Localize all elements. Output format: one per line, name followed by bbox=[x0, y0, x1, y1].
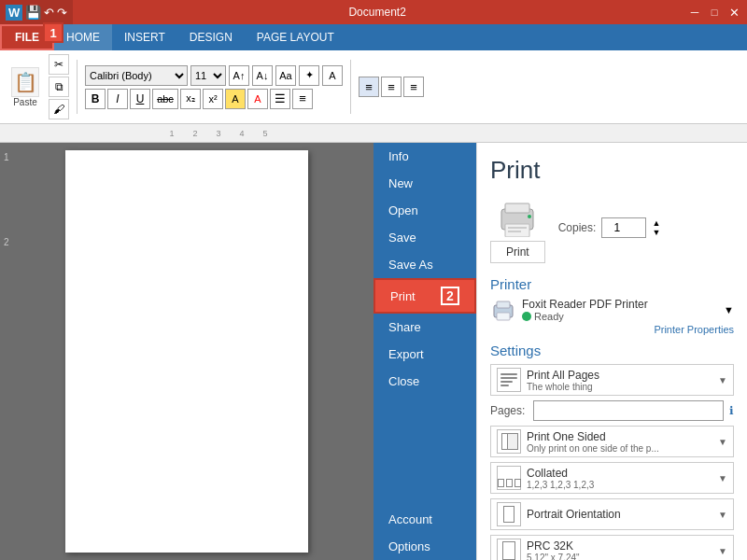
sides-setting-main: Print One Sided bbox=[527, 430, 712, 443]
svg-rect-7 bbox=[497, 301, 510, 308]
orientation-setting-main: Portrait Orientation bbox=[527, 508, 712, 521]
printer-status: Ready bbox=[534, 311, 564, 322]
word-logo: W bbox=[6, 5, 22, 21]
copies-up-icon[interactable]: ▲ ▼ bbox=[652, 218, 660, 237]
close-btn[interactable]: ✕ bbox=[725, 5, 743, 20]
format-painter-button[interactable]: 🖌 bbox=[49, 99, 69, 119]
tab-insert[interactable]: INSERT bbox=[112, 24, 177, 50]
italic-button[interactable]: I bbox=[107, 89, 128, 109]
bullets-button[interactable]: ☰ bbox=[270, 89, 290, 109]
undo-icon[interactable]: ↶ bbox=[44, 6, 54, 20]
menu-item-print[interactable]: Print 2 bbox=[374, 278, 476, 314]
window-title: Document2 bbox=[73, 0, 682, 24]
print-one-sided-dropdown[interactable]: Print One Sided Only print on one side o… bbox=[490, 426, 734, 457]
print-all-pages-dropdown[interactable]: Print All Pages The whole thing ▼ bbox=[490, 364, 734, 396]
shrink-font-button[interactable]: A↓ bbox=[252, 65, 273, 86]
maximize-btn[interactable]: □ bbox=[705, 5, 724, 20]
collate-setting-sub: 1,2,3 1,2,3 1,2,3 bbox=[527, 480, 712, 490]
strikethrough-button[interactable]: abc bbox=[152, 89, 178, 109]
menu-item-close[interactable]: Close bbox=[374, 368, 476, 395]
print-panel: Print Print bbox=[476, 143, 747, 560]
clear-format-button[interactable]: ✦ bbox=[299, 65, 319, 86]
menu-item-save[interactable]: Save bbox=[374, 224, 476, 251]
paper-dropdown[interactable]: PRC 32K 5.12" x 7.24" ▼ bbox=[490, 535, 734, 560]
align-right-button[interactable]: ≡ bbox=[403, 77, 424, 97]
tab-design[interactable]: DESIGN bbox=[177, 24, 245, 50]
document-page bbox=[65, 150, 308, 553]
font-color-button[interactable]: A bbox=[247, 89, 268, 109]
print-button[interactable]: Print bbox=[490, 241, 545, 263]
paper-icon bbox=[497, 539, 521, 560]
superscript-button[interactable]: x² bbox=[203, 89, 223, 109]
svg-rect-5 bbox=[508, 231, 521, 232]
pages-input[interactable] bbox=[533, 400, 724, 421]
numbering-button[interactable]: ≡ bbox=[292, 89, 313, 109]
menu-item-options[interactable]: Options bbox=[374, 533, 476, 560]
redo-icon[interactable]: ↷ bbox=[57, 6, 67, 20]
menu-item-open[interactable]: Open bbox=[374, 197, 476, 224]
text-highlight-button[interactable]: A bbox=[225, 89, 246, 109]
align-center-button[interactable]: ≡ bbox=[381, 77, 402, 97]
minimize-btn[interactable]: ─ bbox=[685, 5, 704, 20]
pages-icon bbox=[497, 368, 521, 392]
settings-section-title: Settings bbox=[490, 343, 734, 358]
paper-setting-main: PRC 32K bbox=[527, 539, 712, 553]
pages-setting-sub: The whole thing bbox=[527, 382, 712, 392]
collate-dropdown-arrow[interactable]: ▼ bbox=[718, 473, 727, 483]
svg-rect-1 bbox=[505, 203, 529, 213]
orientation-icon bbox=[497, 502, 521, 526]
quick-save-icon[interactable]: 💾 bbox=[25, 5, 41, 20]
pages-info-icon[interactable]: ℹ bbox=[729, 404, 734, 417]
file-menu-sidebar: Info New Open Save Save As Print 2 Share bbox=[374, 143, 476, 560]
orientation-dropdown[interactable]: Portrait Orientation ▼ bbox=[490, 498, 734, 530]
paper-setting-sub: 5.12" x 7.24" bbox=[527, 553, 712, 561]
menu-item-export[interactable]: Export bbox=[374, 341, 476, 368]
pages-dropdown-arrow[interactable]: ▼ bbox=[718, 375, 727, 385]
printer-dropdown-icon[interactable]: ▼ bbox=[724, 304, 734, 315]
printer-name: Foxit Reader PDF Printer bbox=[522, 298, 718, 311]
tab-page-layout[interactable]: PAGE LAYOUT bbox=[245, 24, 346, 50]
orientation-dropdown-arrow[interactable]: ▼ bbox=[718, 510, 727, 520]
cut-button[interactable]: ✂ bbox=[49, 54, 69, 75]
font-name-select[interactable]: Calibri (Body) bbox=[85, 65, 188, 86]
sides-dropdown-arrow[interactable]: ▼ bbox=[718, 437, 727, 447]
menu-item-share[interactable]: Share bbox=[374, 314, 476, 341]
svg-rect-4 bbox=[508, 227, 527, 229]
margin-marker-2: 2 bbox=[4, 237, 9, 247]
ruler: 12345 bbox=[0, 124, 747, 143]
menu-item-info[interactable]: Info bbox=[374, 143, 476, 170]
collated-dropdown[interactable]: Collated 1,2,3 1,2,3 1,2,3 ▼ bbox=[490, 462, 734, 494]
step1-badge: 1 bbox=[43, 22, 63, 43]
subscript-button[interactable]: x₂ bbox=[180, 89, 201, 109]
copy-button[interactable]: ⧉ bbox=[49, 77, 69, 97]
step2-badge-inline: 2 bbox=[441, 287, 459, 305]
pages-input-label: Pages: bbox=[490, 404, 528, 417]
ready-dot bbox=[522, 312, 531, 321]
printer-small-icon bbox=[490, 298, 516, 322]
bold-button[interactable]: B bbox=[85, 89, 106, 109]
grow-font-button[interactable]: A↑ bbox=[229, 65, 249, 86]
collate-icon bbox=[497, 466, 521, 490]
svg-rect-8 bbox=[497, 313, 510, 320]
collate-setting-main: Collated bbox=[527, 467, 712, 480]
menu-item-save-as[interactable]: Save As bbox=[374, 251, 476, 278]
menu-item-new[interactable]: New bbox=[374, 170, 476, 197]
text-effects-button[interactable]: A bbox=[322, 65, 343, 86]
printer-properties-link[interactable]: Printer Properties bbox=[490, 324, 734, 335]
sides-setting-sub: Only print on one side of the p... bbox=[527, 443, 712, 454]
font-case-button[interactable]: Aa bbox=[275, 65, 296, 86]
copies-label: Copies: bbox=[558, 221, 597, 234]
ribbon-toolbar: 📋 Paste ✂ ⧉ 🖌 Calibri (Body) 11 A↑ A↓ Aa bbox=[0, 50, 747, 124]
copies-input[interactable] bbox=[601, 217, 646, 238]
paste-button[interactable]: 📋 Paste bbox=[7, 65, 43, 109]
print-title: Print bbox=[490, 156, 734, 185]
paper-dropdown-arrow[interactable]: ▼ bbox=[718, 546, 727, 556]
underline-button[interactable]: U bbox=[130, 89, 150, 109]
margin-marker-1: 1 bbox=[4, 152, 9, 162]
sides-icon bbox=[497, 429, 521, 454]
menu-item-account[interactable]: Account bbox=[374, 506, 476, 533]
align-left-button[interactable]: ≡ bbox=[359, 77, 379, 97]
document-area: 1 2 bbox=[0, 143, 374, 560]
printer-section-title: Printer bbox=[490, 276, 734, 292]
font-size-select[interactable]: 11 bbox=[190, 65, 226, 86]
